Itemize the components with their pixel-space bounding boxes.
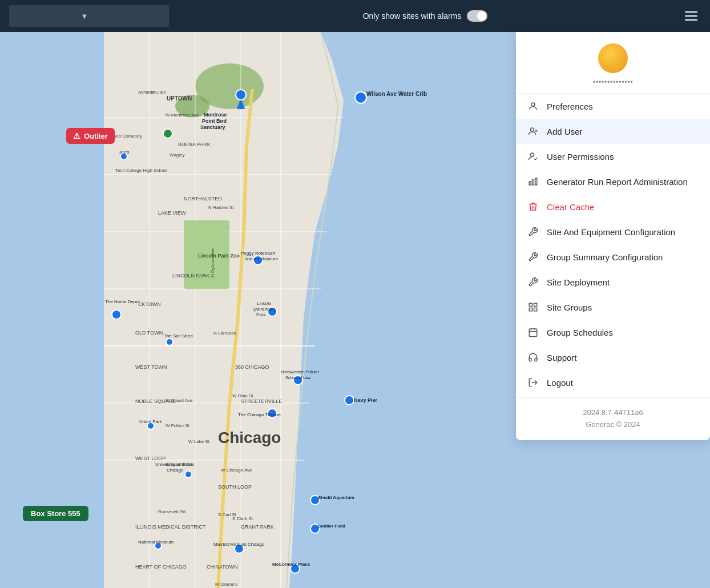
svg-text:W Chicago Ave: W Chicago Ave — [221, 468, 252, 473]
logout-label: Logout — [547, 378, 573, 388]
person-check-icon — [527, 151, 539, 162]
svg-text:Chicago: Chicago — [167, 468, 184, 473]
svg-text:WEST LOOP: WEST LOOP — [135, 456, 166, 461]
header-left: ▼ — [9, 5, 169, 27]
svg-rect-100 — [529, 182, 531, 185]
svg-text:STREETERVILLE: STREETERVILLE — [241, 398, 282, 404]
svg-rect-101 — [532, 180, 534, 185]
menu-item-group-schedules[interactable]: Group Schedules — [516, 320, 710, 345]
menu-item-preferences[interactable]: Preferences — [516, 94, 710, 119]
menu-item-clear-cache[interactable]: Clear Cache — [516, 194, 710, 219]
user-permissions-label: User Permissions — [547, 152, 614, 162]
svg-text:Park: Park — [256, 312, 266, 317]
menu-item-add-user[interactable]: Add User — [516, 119, 710, 144]
svg-text:S Clark St: S Clark St — [232, 516, 253, 521]
site-selector-dropdown[interactable]: ▼ — [9, 5, 169, 27]
menu-item-logout[interactable]: Logout — [516, 370, 710, 395]
svg-text:National Museum: National Museum — [138, 539, 174, 545]
svg-text:N Dyboun Ave: N Dyboun Ave — [210, 248, 215, 277]
headset-icon — [527, 352, 539, 363]
menu-item-site-deployment[interactable]: Site Deployment — [516, 269, 710, 295]
svg-text:SOUTH LOOP: SOUTH LOOP — [218, 484, 252, 490]
svg-text:Union Park: Union Park — [139, 419, 163, 424]
svg-text:Ricobene's: Ricobene's — [215, 582, 237, 587]
svg-text:UPTOWN: UPTOWN — [167, 95, 192, 102]
svg-point-99 — [531, 153, 534, 156]
svg-text:The Chicago Theatre: The Chicago Theatre — [238, 412, 281, 417]
svg-rect-106 — [534, 308, 537, 311]
svg-rect-104 — [534, 303, 537, 306]
svg-text:OLD TOWN: OLD TOWN — [135, 330, 163, 336]
calendar-icon — [527, 327, 539, 338]
bar-chart-icon — [527, 176, 539, 187]
svg-text:Northwestern Pritzker: Northwestern Pritzker — [281, 370, 320, 374]
svg-text:W Adams St: W Adams St — [166, 462, 191, 467]
menu-item-support[interactable]: Support — [516, 345, 710, 370]
menu-item-site-equipment[interactable]: Site And Equipment Configuration — [516, 219, 710, 244]
svg-point-40 — [345, 396, 354, 405]
svg-text:W Montrose Ave: W Montrose Ave — [166, 112, 199, 118]
menu-item-site-groups[interactable]: Site Groups — [516, 295, 710, 320]
svg-text:Joe's: Joe's — [119, 150, 129, 155]
svg-text:W Fulton St: W Fulton St — [166, 423, 190, 428]
svg-text:NORTHALSTED: NORTHALSTED — [184, 196, 222, 202]
outlier-badge[interactable]: Outlier — [66, 128, 115, 144]
add-user-label: Add User — [547, 127, 583, 136]
person-add-icon — [527, 126, 539, 137]
svg-text:The Home Depot: The Home Depot — [105, 299, 140, 304]
toggle-label: Only show sites with alarms — [363, 11, 462, 21]
version-text: 2024.8.7-44711a6 — [525, 407, 701, 419]
user-section: •••••••••••••• — [516, 32, 710, 94]
wrench-icon-1 — [527, 226, 539, 237]
svg-rect-103 — [529, 303, 532, 306]
svg-text:Peggy Notebaert: Peggy Notebaert — [241, 251, 276, 256]
boxstore-badge[interactable]: Box Store 555 — [23, 506, 88, 521]
svg-rect-107 — [529, 329, 537, 337]
svg-text:N Larrabee: N Larrabee — [213, 331, 237, 336]
svg-text:CKTOWN: CKTOWN — [138, 301, 161, 307]
svg-text:Soldier Field: Soldier Field — [318, 523, 345, 529]
svg-text:Marriott Marquis Chicago: Marriott Marquis Chicago — [213, 542, 265, 547]
svg-rect-105 — [529, 308, 532, 311]
svg-text:Point Bird: Point Bird — [202, 118, 227, 124]
user-avatar — [598, 43, 628, 73]
svg-text:W Grand Ave: W Grand Ave — [166, 398, 193, 403]
svg-text:School of Law: School of Law — [285, 376, 311, 380]
hamburger-line-3 — [685, 19, 697, 21]
svg-text:HEART OF CHICAGO: HEART OF CHICAGO — [135, 564, 187, 570]
logout-icon — [527, 377, 539, 388]
svg-text:(Abraham): (Abraham) — [253, 307, 275, 312]
wrench-icon-3 — [527, 276, 539, 288]
menu-item-user-permissions[interactable]: User Permissions — [516, 144, 710, 169]
svg-text:BUENA PARK: BUENA PARK — [178, 142, 211, 147]
alarms-toggle[interactable] — [467, 10, 487, 22]
svg-text:Lincoln: Lincoln — [257, 301, 271, 306]
svg-text:Ashland: Ashland — [138, 90, 155, 95]
group-schedules-label: Group Schedules — [547, 328, 613, 337]
site-equipment-label: Site And Equipment Configuration — [547, 227, 675, 237]
app-header: ▼ Only show sites with alarms — [0, 0, 710, 32]
menu-item-generator-run[interactable]: Generator Run Report Administration — [516, 169, 710, 194]
svg-text:Nature Museum: Nature Museum — [245, 256, 278, 261]
svg-text:Lincoln Park Zoo: Lincoln Park Zoo — [198, 253, 240, 259]
svg-text:WEST TOWN: WEST TOWN — [135, 364, 167, 370]
svg-point-96 — [531, 128, 534, 131]
svg-text:GRANT PARK: GRANT PARK — [241, 524, 274, 530]
svg-text:Roosevelt Rd: Roosevelt Rd — [158, 509, 185, 514]
svg-point-95 — [531, 103, 535, 106]
boxstore-label: Box Store 555 — [31, 509, 80, 518]
svg-point-42 — [112, 310, 121, 319]
svg-point-34 — [355, 92, 366, 103]
preferences-label: Preferences — [547, 102, 593, 111]
wrench-icon-2 — [527, 251, 539, 263]
svg-point-36 — [236, 90, 246, 100]
site-groups-label: Site Groups — [547, 303, 592, 312]
svg-rect-102 — [535, 178, 537, 185]
menu-button[interactable] — [681, 8, 701, 24]
outlier-label: Outlier — [84, 132, 108, 140]
menu-item-group-summary[interactable]: Group Summary Configuration — [516, 244, 710, 269]
svg-point-78 — [163, 129, 172, 138]
svg-text:Tech College High School: Tech College High School — [115, 168, 168, 173]
svg-text:Shedd Aquarium: Shedd Aquarium — [318, 495, 354, 500]
clear-cache-label: Clear Cache — [547, 202, 594, 212]
